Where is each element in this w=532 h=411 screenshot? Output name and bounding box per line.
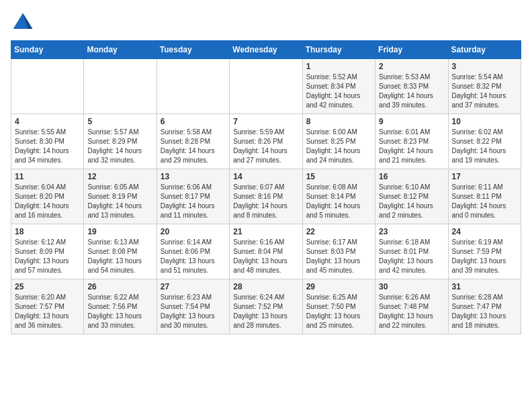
cell-text: Sunrise: 5:57 AM Sunset: 8:29 PM Dayligh… <box>87 128 152 165</box>
cell-text: Sunrise: 5:55 AM Sunset: 8:30 PM Dayligh… <box>15 128 80 165</box>
cell-text: Sunrise: 6:00 AM Sunset: 8:25 PM Dayligh… <box>306 128 371 165</box>
day-number: 8 <box>306 117 371 126</box>
calendar-cell: 29Sunrise: 6:25 AM Sunset: 7:50 PM Dayli… <box>302 279 375 334</box>
calendar-cell: 17Sunrise: 6:11 AM Sunset: 8:11 PM Dayli… <box>448 169 521 224</box>
calendar-cell: 12Sunrise: 6:05 AM Sunset: 8:19 PM Dayli… <box>84 169 157 224</box>
calendar-cell: 19Sunrise: 6:13 AM Sunset: 8:08 PM Dayli… <box>84 224 157 279</box>
week-row-3: 11Sunrise: 6:04 AM Sunset: 8:20 PM Dayli… <box>11 169 521 224</box>
day-header-friday: Friday <box>375 41 448 59</box>
calendar-cell: 4Sunrise: 5:55 AM Sunset: 8:30 PM Daylig… <box>11 114 84 169</box>
day-number: 29 <box>306 282 371 291</box>
week-row-2: 4Sunrise: 5:55 AM Sunset: 8:30 PM Daylig… <box>11 114 521 169</box>
week-row-5: 25Sunrise: 6:20 AM Sunset: 7:57 PM Dayli… <box>11 279 521 334</box>
calendar-cell: 28Sunrise: 6:24 AM Sunset: 7:52 PM Dayli… <box>230 279 302 334</box>
calendar-cell: 1Sunrise: 5:52 AM Sunset: 8:34 PM Daylig… <box>302 59 375 114</box>
day-number: 6 <box>161 117 226 126</box>
calendar-cell: 20Sunrise: 6:14 AM Sunset: 8:06 PM Dayli… <box>157 224 229 279</box>
calendar-cell: 23Sunrise: 6:18 AM Sunset: 8:01 PM Dayli… <box>375 224 448 279</box>
day-number: 21 <box>233 227 298 236</box>
cell-text: Sunrise: 6:11 AM Sunset: 8:11 PM Dayligh… <box>452 183 517 220</box>
day-header-wednesday: Wednesday <box>230 41 302 59</box>
calendar-cell: 24Sunrise: 6:19 AM Sunset: 7:59 PM Dayli… <box>448 224 521 279</box>
day-number: 7 <box>233 117 298 126</box>
cell-text: Sunrise: 6:14 AM Sunset: 8:06 PM Dayligh… <box>161 238 226 275</box>
header-row: SundayMondayTuesdayWednesdayThursdayFrid… <box>11 41 521 59</box>
day-number: 30 <box>379 282 444 291</box>
day-header-monday: Monday <box>84 41 157 59</box>
cell-text: Sunrise: 6:28 AM Sunset: 7:47 PM Dayligh… <box>452 293 517 330</box>
day-number: 23 <box>379 227 444 236</box>
cell-text: Sunrise: 6:05 AM Sunset: 8:19 PM Dayligh… <box>87 183 152 220</box>
cell-text: Sunrise: 6:18 AM Sunset: 8:01 PM Dayligh… <box>379 238 444 275</box>
cell-text: Sunrise: 5:54 AM Sunset: 8:32 PM Dayligh… <box>452 73 517 110</box>
day-header-saturday: Saturday <box>448 41 521 59</box>
week-row-4: 18Sunrise: 6:12 AM Sunset: 8:09 PM Dayli… <box>11 224 521 279</box>
day-number: 12 <box>87 172 152 181</box>
calendar-cell <box>11 59 84 114</box>
calendar-cell: 5Sunrise: 5:57 AM Sunset: 8:29 PM Daylig… <box>84 114 157 169</box>
cell-text: Sunrise: 6:07 AM Sunset: 8:16 PM Dayligh… <box>233 183 298 220</box>
day-number: 9 <box>379 117 444 126</box>
calendar-cell: 15Sunrise: 6:08 AM Sunset: 8:14 PM Dayli… <box>302 169 375 224</box>
cell-text: Sunrise: 5:52 AM Sunset: 8:34 PM Dayligh… <box>306 73 371 110</box>
day-number: 5 <box>87 117 152 126</box>
day-header-tuesday: Tuesday <box>157 41 229 59</box>
day-number: 4 <box>15 117 80 126</box>
calendar-cell: 9Sunrise: 6:01 AM Sunset: 8:23 PM Daylig… <box>375 114 448 169</box>
cell-text: Sunrise: 6:13 AM Sunset: 8:08 PM Dayligh… <box>87 238 152 275</box>
calendar-cell <box>84 59 157 114</box>
day-number: 11 <box>15 172 80 181</box>
calendar-table: SundayMondayTuesdayWednesdayThursdayFrid… <box>11 40 521 334</box>
calendar-cell: 3Sunrise: 5:54 AM Sunset: 8:32 PM Daylig… <box>448 59 521 114</box>
cell-text: Sunrise: 6:06 AM Sunset: 8:17 PM Dayligh… <box>161 183 226 220</box>
cell-text: Sunrise: 6:12 AM Sunset: 8:09 PM Dayligh… <box>15 238 80 275</box>
cell-text: Sunrise: 6:08 AM Sunset: 8:14 PM Dayligh… <box>306 183 371 220</box>
calendar-cell: 31Sunrise: 6:28 AM Sunset: 7:47 PM Dayli… <box>448 279 521 334</box>
day-number: 14 <box>233 172 298 181</box>
calendar-cell: 6Sunrise: 5:58 AM Sunset: 8:28 PM Daylig… <box>157 114 229 169</box>
week-row-1: 1Sunrise: 5:52 AM Sunset: 8:34 PM Daylig… <box>11 59 521 114</box>
calendar-cell: 26Sunrise: 6:22 AM Sunset: 7:56 PM Dayli… <box>84 279 157 334</box>
logo <box>11 11 38 35</box>
cell-text: Sunrise: 6:23 AM Sunset: 7:54 PM Dayligh… <box>161 293 226 330</box>
cell-text: Sunrise: 6:17 AM Sunset: 8:03 PM Dayligh… <box>306 238 371 275</box>
cell-text: Sunrise: 5:59 AM Sunset: 8:26 PM Dayligh… <box>233 128 298 165</box>
day-number: 28 <box>233 282 298 291</box>
day-number: 13 <box>161 172 226 181</box>
calendar-cell: 2Sunrise: 5:53 AM Sunset: 8:33 PM Daylig… <box>375 59 448 114</box>
cell-text: Sunrise: 6:19 AM Sunset: 7:59 PM Dayligh… <box>452 238 517 275</box>
calendar-cell: 14Sunrise: 6:07 AM Sunset: 8:16 PM Dayli… <box>230 169 302 224</box>
cell-text: Sunrise: 6:01 AM Sunset: 8:23 PM Dayligh… <box>379 128 444 165</box>
day-number: 27 <box>161 282 226 291</box>
cell-text: Sunrise: 6:24 AM Sunset: 7:52 PM Dayligh… <box>233 293 298 330</box>
calendar-cell: 16Sunrise: 6:10 AM Sunset: 8:12 PM Dayli… <box>375 169 448 224</box>
day-number: 15 <box>306 172 371 181</box>
cell-text: Sunrise: 6:16 AM Sunset: 8:04 PM Dayligh… <box>233 238 298 275</box>
calendar-cell: 27Sunrise: 6:23 AM Sunset: 7:54 PM Dayli… <box>157 279 229 334</box>
day-number: 17 <box>452 172 517 181</box>
day-number: 19 <box>87 227 152 236</box>
day-number: 25 <box>15 282 80 291</box>
day-number: 10 <box>452 117 517 126</box>
calendar-cell: 11Sunrise: 6:04 AM Sunset: 8:20 PM Dayli… <box>11 169 84 224</box>
day-number: 22 <box>306 227 371 236</box>
calendar-cell <box>230 59 302 114</box>
day-number: 18 <box>15 227 80 236</box>
calendar-cell <box>157 59 229 114</box>
day-number: 26 <box>87 282 152 291</box>
cell-text: Sunrise: 6:20 AM Sunset: 7:57 PM Dayligh… <box>15 293 80 330</box>
day-number: 24 <box>452 227 517 236</box>
cell-text: Sunrise: 6:25 AM Sunset: 7:50 PM Dayligh… <box>306 293 371 330</box>
calendar-cell: 25Sunrise: 6:20 AM Sunset: 7:57 PM Dayli… <box>11 279 84 334</box>
day-number: 2 <box>379 62 444 71</box>
day-number: 31 <box>452 282 517 291</box>
cell-text: Sunrise: 6:22 AM Sunset: 7:56 PM Dayligh… <box>87 293 152 330</box>
cell-text: Sunrise: 5:53 AM Sunset: 8:33 PM Dayligh… <box>379 73 444 110</box>
cell-text: Sunrise: 6:10 AM Sunset: 8:12 PM Dayligh… <box>379 183 444 220</box>
calendar-cell: 30Sunrise: 6:26 AM Sunset: 7:48 PM Dayli… <box>375 279 448 334</box>
cell-text: Sunrise: 6:02 AM Sunset: 8:22 PM Dayligh… <box>452 128 517 165</box>
calendar-cell: 22Sunrise: 6:17 AM Sunset: 8:03 PM Dayli… <box>302 224 375 279</box>
calendar-cell: 18Sunrise: 6:12 AM Sunset: 8:09 PM Dayli… <box>11 224 84 279</box>
calendar-cell: 10Sunrise: 6:02 AM Sunset: 8:22 PM Dayli… <box>448 114 521 169</box>
cell-text: Sunrise: 5:58 AM Sunset: 8:28 PM Dayligh… <box>161 128 226 165</box>
